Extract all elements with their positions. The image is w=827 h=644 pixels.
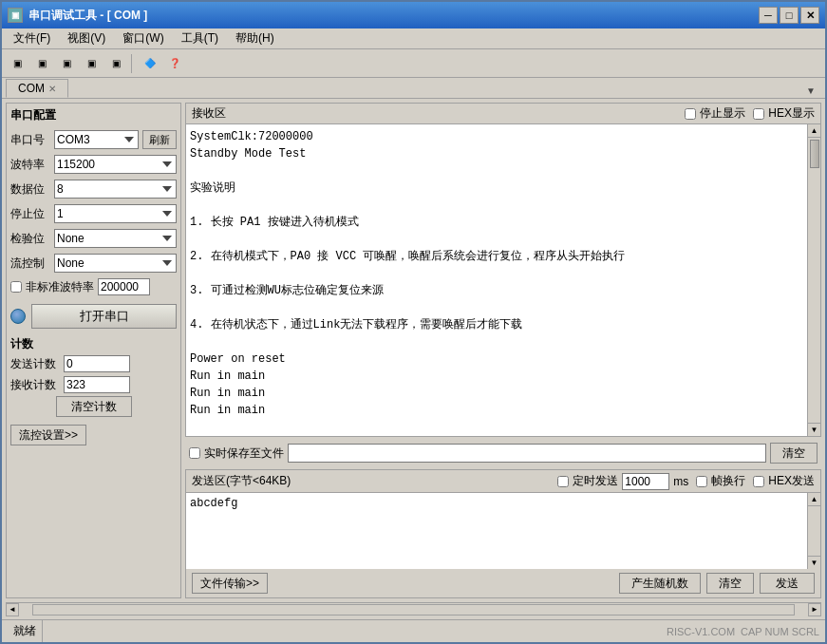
port-row: 串口号 COM3 刷新 (10, 129, 177, 150)
send-scrollbar-down[interactable]: ▼ (808, 556, 820, 569)
send-scrollbar-up[interactable]: ▲ (808, 493, 820, 506)
menu-help[interactable]: 帮助(H) (228, 28, 282, 48)
hex-send-checkbox[interactable] (753, 476, 764, 487)
open-port-area: 打开串口 (10, 304, 177, 329)
refresh-button[interactable]: 刷新 (142, 130, 177, 149)
status-bar: 就绪 RISC-V1.COM CAP NUM SCRL (2, 619, 825, 642)
stop-display-checkbox[interactable] (685, 108, 696, 120)
receive-controls: 停止显示 HEX显示 (685, 105, 815, 122)
toolbar-btn-icon[interactable]: 🔷 (139, 53, 161, 74)
file-transfer-button[interactable]: 文件传输>> (192, 573, 268, 594)
save-file-path-input[interactable] (288, 444, 766, 463)
baud-select[interactable]: 115200 (54, 155, 177, 174)
toolbar: ▣ ▣ ▣ ▣ ▣ 🔷 ❓ (2, 49, 825, 78)
receive-area: 接收区 停止显示 HEX显示 (185, 103, 821, 437)
hscroll-left[interactable]: ◄ (6, 603, 19, 616)
send-text-input[interactable]: abcdefg (186, 493, 807, 569)
app-icon: ▣ (8, 8, 23, 23)
bottom-scrollbar: ◄ ► (6, 602, 821, 616)
port-select[interactable]: COM3 (54, 130, 139, 149)
toolbar-btn-3[interactable]: ▣ (55, 53, 78, 74)
parity-label: 检验位 (10, 231, 50, 247)
menu-tools[interactable]: 工具(T) (174, 28, 226, 48)
databits-label: 数据位 (10, 181, 50, 198)
status-ready: 就绪 (8, 620, 43, 642)
databits-select[interactable]: 8 (54, 180, 177, 199)
clear-count-button[interactable]: 清空计数 (56, 396, 132, 417)
hex-display-label: HEX显示 (768, 105, 815, 122)
flowcontrol-row: 流控制 None (10, 253, 177, 274)
linebreak-label: 帧换行 (711, 473, 745, 489)
nonstd-checkbox[interactable] (10, 281, 22, 293)
clear-recv-button[interactable]: 清空 (770, 443, 818, 464)
menu-view[interactable]: 视图(V) (60, 28, 113, 48)
hscroll-right[interactable]: ► (808, 603, 821, 616)
count-title: 计数 (10, 336, 177, 352)
linebreak-checkbox[interactable] (696, 476, 707, 487)
tab-dropdown[interactable]: ▼ (802, 84, 819, 98)
recv-count-input[interactable] (64, 376, 130, 393)
send-scrollbar-track (808, 506, 820, 556)
flow-settings-button[interactable]: 流控设置>> (10, 425, 86, 445)
recv-count-row: 接收计数 (10, 375, 177, 394)
count-section: 计数 发送计数 接收计数 清空计数 (10, 336, 177, 417)
open-port-button[interactable]: 打开串口 (31, 304, 177, 329)
scrollbar-down-arrow[interactable]: ▼ (808, 423, 820, 436)
parity-select[interactable]: None (54, 229, 177, 248)
send-scrollbar[interactable]: ▲ ▼ (807, 493, 820, 569)
send-button[interactable]: 发送 (760, 573, 815, 594)
timed-send-label: 定时发送 (573, 473, 618, 489)
send-title: 发送区(字节<64KB) (192, 473, 291, 489)
save-to-file-checkbox[interactable] (189, 447, 200, 459)
minimize-button[interactable]: ─ (759, 7, 778, 24)
receive-scrollbar[interactable]: ▲ ▼ (807, 124, 820, 436)
toolbar-btn-4[interactable]: ▣ (80, 53, 103, 74)
timed-send-interval[interactable] (622, 473, 669, 490)
timed-send-checkbox[interactable] (557, 476, 569, 487)
save-row: 实时保存至文件 清空 (185, 441, 821, 465)
send-count-input[interactable] (64, 355, 130, 372)
clear-send-button[interactable]: 清空 (706, 573, 754, 594)
hex-display-checkbox[interactable] (753, 108, 764, 120)
timed-send-control: 定时发送 ms (557, 473, 688, 490)
send-count-row: 发送计数 (10, 354, 177, 373)
toolbar-separator (131, 54, 135, 73)
toolbar-btn-1[interactable]: ▣ (6, 53, 28, 74)
toolbar-btn-2[interactable]: ▣ (30, 53, 53, 74)
hscroll-track[interactable] (32, 604, 795, 616)
hex-send-control: HEX发送 (753, 473, 815, 489)
maximize-button[interactable]: □ (780, 7, 799, 24)
toolbar-btn-5[interactable]: ▣ (104, 53, 127, 74)
tab-com-label: COM (18, 82, 45, 95)
send-header: 发送区(字节<64KB) 定时发送 ms 帧换行 (186, 470, 820, 493)
stop-display-label: 停止显示 (700, 105, 745, 122)
close-button[interactable]: ✕ (800, 7, 819, 24)
status-brand: RISC-V1.COM (667, 626, 735, 637)
window-title: 串口调试工具 - [ COM ] (28, 8, 147, 24)
scrollbar-thumb[interactable] (810, 140, 819, 168)
scrollbar-track (808, 138, 820, 423)
status-keys: CAP NUM SCRL (741, 626, 819, 637)
nonstd-label: 非标准波特率 (26, 279, 94, 295)
nonstd-value-input[interactable] (98, 278, 150, 295)
tab-close-icon[interactable]: ✕ (48, 84, 56, 94)
send-bottom: 文件传输>> 产生随机数 清空 发送 (186, 569, 820, 597)
stop-display-control: 停止显示 (685, 105, 745, 122)
flowcontrol-label: 流控制 (10, 256, 50, 272)
right-panel: 接收区 停止显示 HEX显示 (185, 103, 821, 598)
toolbar-btn-help[interactable]: ❓ (163, 53, 186, 74)
scrollbar-up-arrow[interactable]: ▲ (808, 124, 820, 138)
flowcontrol-select[interactable]: None (54, 254, 177, 273)
stopbits-row: 停止位 1 (10, 203, 177, 224)
menu-file[interactable]: 文件(F) (6, 28, 58, 48)
title-bar: ▣ 串口调试工具 - [ COM ] ─ □ ✕ (2, 2, 825, 28)
baud-label: 波特率 (10, 157, 50, 173)
send-input-wrapper: abcdefg ▲ ▼ (186, 493, 820, 569)
stopbits-select[interactable]: 1 (54, 204, 177, 223)
tab-bar: COM ✕ ▼ (2, 78, 825, 99)
menu-window[interactable]: 窗口(W) (115, 28, 171, 48)
receive-header: 接收区 停止显示 HEX显示 (186, 104, 820, 124)
linebreak-control: 帧换行 (696, 473, 745, 489)
tab-com[interactable]: COM ✕ (6, 79, 68, 98)
gen-random-button[interactable]: 产生随机数 (619, 573, 701, 594)
